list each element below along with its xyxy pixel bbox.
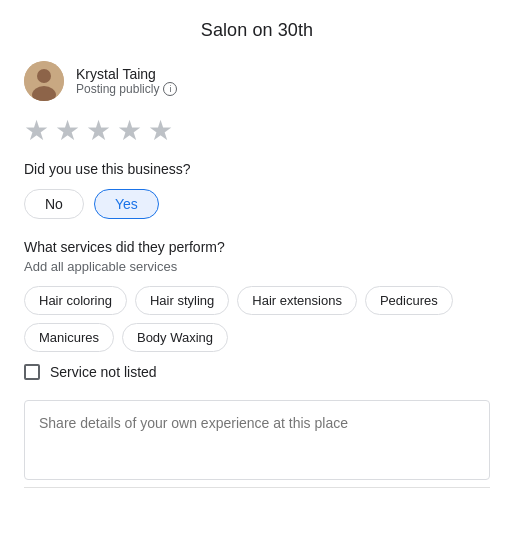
chip-hair-styling[interactable]: Hair styling [135, 286, 229, 315]
page-container: Salon on 30th Krystal Taing Posting publ… [0, 0, 514, 512]
posting-publicly-row: Posting publicly i [76, 82, 177, 96]
service-chips: Hair coloring Hair styling Hair extensio… [24, 286, 490, 352]
star-3[interactable]: ★ [86, 117, 111, 145]
service-not-listed-label[interactable]: Service not listed [50, 364, 157, 380]
user-name: Krystal Taing [76, 66, 177, 82]
user-section: Krystal Taing Posting publicly i [24, 61, 490, 101]
textarea-section [24, 400, 490, 488]
chip-body-waxing[interactable]: Body Waxing [122, 323, 228, 352]
avatar [24, 61, 64, 101]
yes-no-row: No Yes [24, 189, 490, 219]
services-subtitle: Add all applicable services [24, 259, 490, 274]
page-title: Salon on 30th [24, 20, 490, 41]
textarea-divider [24, 487, 490, 488]
stars-row: ★ ★ ★ ★ ★ [24, 117, 490, 145]
user-info: Krystal Taing Posting publicly i [76, 66, 177, 96]
service-not-listed-checkbox[interactable] [24, 364, 40, 380]
review-textarea[interactable] [24, 400, 490, 480]
yes-button[interactable]: Yes [94, 189, 159, 219]
svg-point-1 [37, 69, 51, 83]
chip-hair-extensions[interactable]: Hair extensions [237, 286, 357, 315]
star-4[interactable]: ★ [117, 117, 142, 145]
no-button[interactable]: No [24, 189, 84, 219]
info-icon[interactable]: i [163, 82, 177, 96]
chip-hair-coloring[interactable]: Hair coloring [24, 286, 127, 315]
business-question-label: Did you use this business? [24, 161, 490, 177]
chip-manicures[interactable]: Manicures [24, 323, 114, 352]
star-5[interactable]: ★ [148, 117, 173, 145]
posting-publicly-label: Posting publicly [76, 82, 159, 96]
services-title: What services did they perform? [24, 239, 490, 255]
chip-pedicures[interactable]: Pedicures [365, 286, 453, 315]
service-not-listed-row: Service not listed [24, 364, 490, 380]
star-1[interactable]: ★ [24, 117, 49, 145]
star-2[interactable]: ★ [55, 117, 80, 145]
